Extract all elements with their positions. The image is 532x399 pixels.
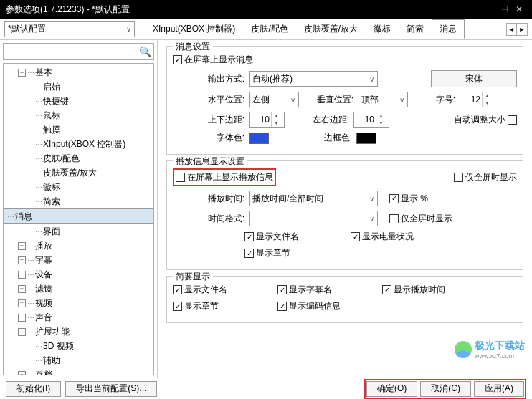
tab-0[interactable]: XInput(XBOX 控制器) — [145, 19, 243, 39]
chk-b-encode[interactable]: ✓显示编码信息 — [277, 300, 341, 312]
sel-output-mode[interactable]: 自动(推荐)∨ — [249, 71, 378, 87]
tree-播放[interactable]: +⋯播放 — [4, 239, 153, 253]
tree-设备[interactable]: +⋯设备 — [4, 267, 153, 282]
close-icon[interactable]: ✕ — [512, 4, 526, 14]
sel-vpos[interactable]: 顶部∨ — [358, 92, 408, 107]
tab-scroll-right[interactable]: ► — [517, 24, 527, 35]
sel-hpos[interactable]: 左侧∨ — [249, 92, 299, 107]
tree-基本[interactable]: −⋯基本 — [4, 65, 153, 80]
tree-简索[interactable]: ⋯简索 — [4, 194, 153, 208]
tree-皮肤覆盖/放大[interactable]: ⋯皮肤覆盖/放大 — [4, 165, 153, 180]
num-fontsize[interactable]: ▲▼ — [460, 92, 495, 107]
cancel-button[interactable]: 取消(C) — [420, 381, 471, 397]
search-icon[interactable]: 🔍 — [136, 46, 153, 57]
chk-b-chapter[interactable]: ✓显示章节 — [173, 300, 273, 312]
search-input[interactable]: 🔍 — [3, 43, 154, 60]
config-select[interactable]: *默认配置 ∨ — [4, 21, 135, 37]
expander-icon[interactable]: − — [18, 69, 26, 77]
chk-show-on-screen[interactable]: ✓在屏幕上显示消息 — [173, 54, 253, 66]
tree-XInput(XBOX 控制器)[interactable]: ⋯XInput(XBOX 控制器) — [4, 137, 153, 151]
expander-icon[interactable]: + — [18, 242, 26, 250]
tree-3D 视频[interactable]: ⋯3D 视频 — [4, 339, 153, 353]
tab-2[interactable]: 皮肤覆盖/放大 — [296, 19, 366, 39]
tree-快捷键[interactable]: ⋯快捷键 — [4, 94, 153, 108]
chk-show-playinfo[interactable]: 在屏幕上显示播放信息 — [176, 171, 273, 183]
expander-icon[interactable]: + — [18, 271, 26, 279]
tree-徽标[interactable]: ⋯徽标 — [4, 180, 153, 194]
group-msg-title: 消息设置 — [173, 41, 213, 53]
tree-存档[interactable]: +⋯存档 — [4, 367, 153, 375]
chk-fullscreen-only[interactable]: 仅全屏时显示 — [454, 171, 517, 183]
chk-b-subname[interactable]: ✓显示字幕名 — [277, 284, 378, 296]
tree-字幕[interactable]: +⋯字幕 — [4, 253, 153, 267]
apply-button[interactable]: 应用(A) — [474, 381, 524, 397]
font-button[interactable]: 宋体 — [431, 70, 517, 87]
pin-icon[interactable]: ⊣ — [498, 4, 512, 14]
expander-icon[interactable]: + — [18, 314, 26, 322]
tree-视频[interactable]: +⋯视频 — [4, 296, 153, 310]
tree-消息[interactable]: ⋯消息 — [4, 208, 153, 224]
chk-b-filename[interactable]: ✓显示文件名 — [173, 284, 273, 296]
tab-3[interactable]: 徽标 — [366, 19, 399, 39]
chk-show-percent[interactable]: ✓显示 % — [389, 193, 428, 205]
expander-icon[interactable]: + — [18, 256, 26, 264]
expander-icon[interactable]: + — [18, 371, 26, 376]
expander-icon[interactable]: − — [18, 328, 26, 336]
init-button[interactable]: 初始化(I) — [6, 381, 61, 397]
ok-button[interactable]: 确定(O) — [366, 381, 417, 397]
tree-扩展功能[interactable]: −⋯扩展功能 — [4, 325, 153, 339]
watermark: 极光下载站 www.xz7.com — [455, 340, 525, 360]
tree-声音[interactable]: +⋯声音 — [4, 310, 153, 325]
export-button[interactable]: 导出当前配置(S)... — [65, 381, 157, 397]
tab-4[interactable]: 简索 — [399, 19, 432, 39]
watermark-logo-icon — [455, 341, 472, 358]
tab-5[interactable]: 消息 — [432, 19, 465, 39]
swatch-fontcolor[interactable] — [249, 133, 269, 144]
sel-playtime[interactable]: 播放时间/全部时间∨ — [249, 191, 378, 206]
tree-辅助[interactable]: ⋯辅助 — [4, 353, 153, 367]
tree-触摸[interactable]: ⋯触摸 — [4, 122, 153, 137]
tree-鼠标[interactable]: ⋯鼠标 — [4, 108, 153, 122]
group-brief-title: 简要显示 — [173, 271, 213, 283]
tree-启始[interactable]: ⋯启始 — [4, 80, 153, 94]
group-playinfo-title: 播放信息显示设置 — [173, 155, 247, 168]
tree-界面[interactable]: ⋯界面 — [4, 224, 153, 239]
chk-fullscreen-only2[interactable]: 仅全屏时显示 — [389, 213, 452, 225]
expander-icon[interactable]: + — [18, 285, 26, 293]
num-vmargin[interactable]: ▲▼ — [249, 112, 285, 128]
chk-b-playtime[interactable]: ✓显示播放时间 — [382, 284, 445, 296]
sel-timefmt[interactable]: ∨ — [249, 211, 378, 226]
tree-皮肤/配色[interactable]: ⋯皮肤/配色 — [4, 151, 153, 165]
chk-pi-filename[interactable]: ✓显示文件名 — [244, 231, 299, 243]
chk-pi-battery[interactable]: ✓显示电量状况 — [351, 231, 414, 243]
chk-pi-chapter[interactable]: ✓显示章节 — [244, 247, 290, 259]
tree-滤镜[interactable]: +⋯滤镜 — [4, 282, 153, 296]
window-title: 参数选项(1.7.21233) - *默认配置 — [6, 4, 498, 16]
expander-icon[interactable]: + — [18, 299, 26, 307]
tab-scroll-left[interactable]: ◄ — [507, 24, 517, 35]
num-hmargin[interactable]: ▲▼ — [353, 112, 389, 128]
settings-tree[interactable]: −⋯基本⋯启始⋯快捷键⋯鼠标⋯触摸⋯XInput(XBOX 控制器)⋯皮肤/配色… — [3, 63, 154, 375]
swatch-bordercolor[interactable] — [356, 133, 376, 144]
chevron-down-icon: ∨ — [126, 25, 131, 33]
chk-autosize[interactable]: 自动调整大小 — [454, 114, 517, 126]
tab-1[interactable]: 皮肤/配色 — [243, 19, 295, 39]
